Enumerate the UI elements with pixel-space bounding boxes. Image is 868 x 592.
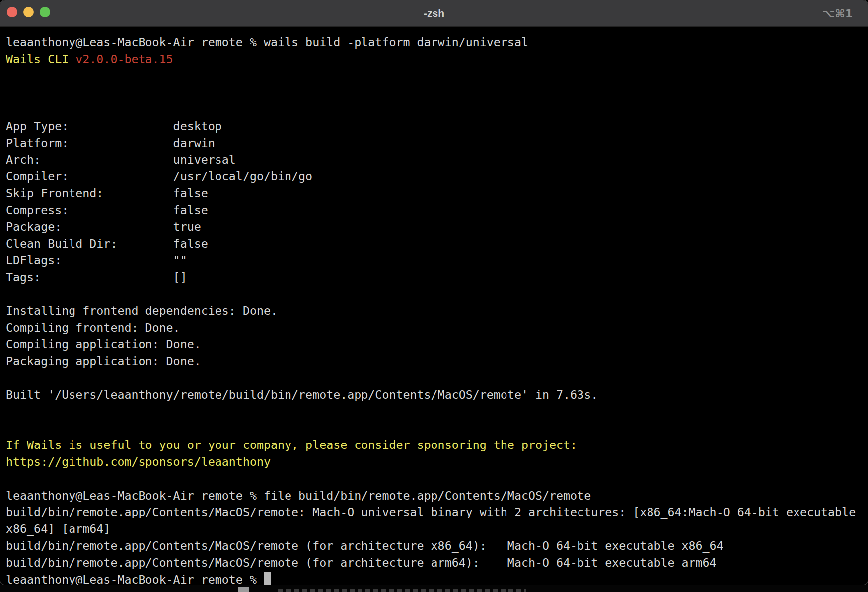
terminal-line: Wails CLI v2.0.0-beta.15 bbox=[6, 51, 868, 68]
terminal-line: Tags: [] bbox=[6, 269, 868, 286]
terminal-text-segment: leaanthony@Leas-MacBook-Air remote % bbox=[6, 573, 264, 586]
terminal-cursor bbox=[264, 572, 271, 586]
terminal-line: Arch: universal bbox=[6, 151, 868, 168]
terminal-line: Installing frontend dependencies: Done. bbox=[6, 302, 868, 319]
terminal-text-segment: build/bin/remote.app/Contents/MacOS/remo… bbox=[6, 556, 717, 569]
terminal-line bbox=[6, 286, 868, 302]
terminal-line bbox=[6, 403, 868, 420]
terminal-text-segment: Packaging application: Done. bbox=[6, 354, 201, 368]
title-bar[interactable]: -zsh ⌥⌘1 bbox=[0, 0, 868, 27]
terminal-text-segment: leaanthony@Leas-MacBook-Air remote % fil… bbox=[6, 489, 591, 502]
terminal-line: Compiler: /usr/local/go/bin/go bbox=[6, 168, 868, 185]
terminal-text-segment: build/bin/remote.app/Contents/MacOS/remo… bbox=[6, 539, 723, 552]
terminal-line: Clean Build Dir: false bbox=[6, 235, 868, 252]
terminal-line: Compiling application: Done. bbox=[6, 336, 868, 353]
terminal-window: -zsh ⌥⌘1 leaanthony@Leas-MacBook-Air rem… bbox=[0, 0, 868, 585]
terminal-line: Built '/Users/leaanthony/remote/build/bi… bbox=[6, 386, 868, 403]
terminal-line: If Wails is useful to you or your compan… bbox=[6, 437, 868, 453]
terminal-line bbox=[6, 68, 868, 84]
terminal-line: x86_64] [arm64] bbox=[6, 520, 868, 537]
terminal-text-segment: Platform: darwin bbox=[6, 136, 215, 149]
terminal-text-segment: Compiler: /usr/local/go/bin/go bbox=[6, 169, 312, 183]
terminal-line: Package: true bbox=[6, 219, 868, 235]
terminal-text-segment: Compiling frontend: Done. bbox=[6, 321, 180, 334]
terminal-text-segment: v2.0.0-beta.15 bbox=[75, 52, 173, 66]
terminal-line bbox=[6, 420, 868, 437]
terminal-text-segment: Package: true bbox=[6, 220, 201, 233]
terminal-line: Compress: false bbox=[6, 202, 868, 219]
terminal-line: Skip Frontend: false bbox=[6, 185, 868, 202]
terminal-line: LDFlags: "" bbox=[6, 252, 868, 269]
terminal-line: App Type: desktop bbox=[6, 118, 868, 135]
terminal-text-segment: Skip Frontend: false bbox=[6, 186, 208, 200]
terminal-line: leaanthony@Leas-MacBook-Air remote % fil… bbox=[6, 487, 868, 504]
occluded-text-fragment bbox=[278, 589, 526, 592]
terminal-text-segment: App Type: desktop bbox=[6, 119, 222, 133]
terminal-text-segment: Wails CLI bbox=[6, 52, 75, 66]
terminal-line: build/bin/remote.app/Contents/MacOS/remo… bbox=[6, 537, 868, 554]
terminal-line: Compiling frontend: Done. bbox=[6, 319, 868, 336]
terminal-text-segment: Arch: universal bbox=[6, 153, 236, 166]
terminal-text-segment: build/bin/remote.app/Contents/MacOS/remo… bbox=[6, 505, 856, 518]
terminal-line bbox=[6, 101, 868, 118]
occluded-window-fragment bbox=[0, 585, 868, 592]
window-shortcut-badge: ⌥⌘1 bbox=[822, 0, 853, 26]
terminal-text-segment: x86_64] [arm64] bbox=[6, 522, 110, 535]
terminal-text-segment: Compress: false bbox=[6, 203, 208, 217]
terminal-text-segment: If Wails is useful to you or your compan… bbox=[6, 438, 577, 451]
terminal-text-segment: https://github.com/sponsors/leaanthony bbox=[6, 455, 271, 468]
terminal-line: https://github.com/sponsors/leaanthony bbox=[6, 453, 868, 470]
terminal-line: build/bin/remote.app/Contents/MacOS/remo… bbox=[6, 504, 868, 520]
terminal-text-segment: leaanthony@Leas-MacBook-Air remote % wai… bbox=[6, 35, 528, 49]
terminal-line: build/bin/remote.app/Contents/MacOS/remo… bbox=[6, 554, 868, 571]
window-title: -zsh bbox=[0, 0, 868, 26]
terminal-text-segment: LDFlags: "" bbox=[6, 253, 187, 267]
terminal-line: leaanthony@Leas-MacBook-Air remote % bbox=[6, 571, 868, 586]
terminal-line: leaanthony@Leas-MacBook-Air remote % wai… bbox=[6, 34, 868, 51]
terminal-text-segment: Tags: [] bbox=[6, 270, 187, 284]
terminal-text-segment: Compiling application: Done. bbox=[6, 337, 201, 351]
terminal-text-segment: Installing frontend dependencies: Done. bbox=[6, 304, 278, 317]
terminal-line bbox=[6, 84, 868, 101]
terminal-line bbox=[6, 470, 868, 487]
terminal-line: Packaging application: Done. bbox=[6, 353, 868, 370]
terminal-text-segment: Clean Build Dir: false bbox=[6, 237, 208, 250]
terminal-output[interactable]: leaanthony@Leas-MacBook-Air remote % wai… bbox=[0, 27, 868, 585]
terminal-line bbox=[6, 370, 868, 386]
terminal-line: Platform: darwin bbox=[6, 135, 868, 151]
terminal-text-segment: Built '/Users/leaanthony/remote/build/bi… bbox=[6, 388, 598, 401]
occluded-cursor-fragment bbox=[238, 587, 249, 592]
